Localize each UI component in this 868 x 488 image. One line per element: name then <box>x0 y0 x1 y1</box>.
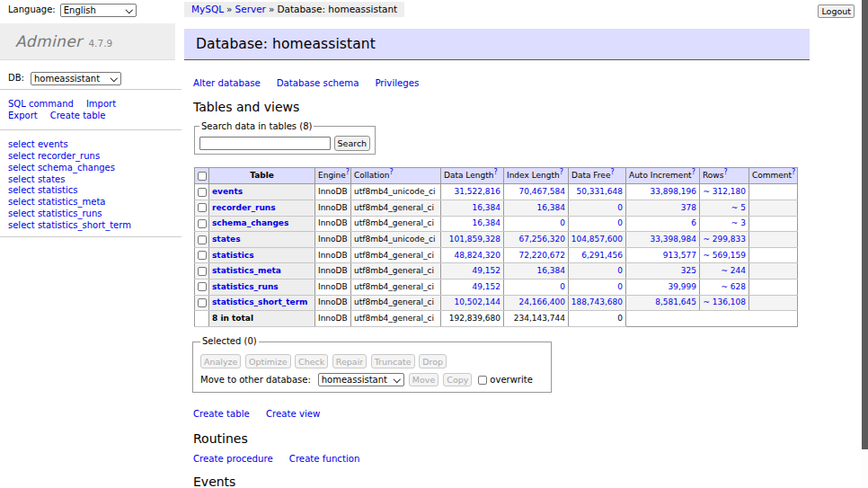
copy-button[interactable]: Copy <box>443 373 472 386</box>
row-checkbox-recorder_runs[interactable] <box>198 203 207 212</box>
help-link[interactable]: ? <box>390 168 394 176</box>
table-name-link-statistics_short_term[interactable]: statistics_short_term <box>212 297 307 306</box>
sidebar-link-export[interactable]: Export <box>8 111 38 120</box>
link-create-function[interactable]: Create function <box>289 454 360 464</box>
rows-link[interactable]: ~ 5 <box>731 203 746 212</box>
auto_increment-link[interactable]: 33,898,196 <box>650 187 696 196</box>
select-link-states[interactable]: select <box>8 174 35 184</box>
help-link[interactable]: ? <box>610 168 614 176</box>
index_length-link[interactable]: 70,467,584 <box>518 187 565 196</box>
optimize-button[interactable]: Optimize <box>245 354 291 368</box>
select-link-statistics_meta[interactable]: select <box>8 197 35 207</box>
truncate-button[interactable]: Truncate <box>371 354 415 368</box>
auto_increment-link[interactable]: 325 <box>681 266 696 275</box>
data_length-link[interactable]: 101,859,328 <box>449 235 500 244</box>
data_length-link[interactable]: 16,384 <box>473 218 501 227</box>
top-link-database-schema[interactable]: Database schema <box>277 78 359 88</box>
data_length-link[interactable]: 16,384 <box>473 203 501 212</box>
data_free-link[interactable]: 104,857,600 <box>571 235 623 244</box>
drop-button[interactable]: Drop <box>419 354 447 368</box>
rows-link[interactable]: ~ 136,108 <box>703 297 746 306</box>
index_length-link[interactable]: 72,220,672 <box>518 251 565 260</box>
data_length-link[interactable]: 10,502,144 <box>454 297 500 306</box>
link-create-procedure[interactable]: Create procedure <box>193 454 273 464</box>
top-link-privileges[interactable]: Privileges <box>375 78 419 88</box>
language-select[interactable]: English <box>60 4 137 17</box>
check-button[interactable]: Check <box>295 354 328 368</box>
table-name-link-recorder_runs[interactable]: recorder_runs <box>212 203 276 212</box>
select-link-recorder_runs[interactable]: select <box>8 151 35 161</box>
index_length-link[interactable]: 16,384 <box>537 203 566 212</box>
sidebar-link-import[interactable]: Import <box>86 99 116 109</box>
auto_increment-link[interactable]: 913,577 <box>663 251 696 260</box>
rows-link[interactable]: ~ 312,180 <box>703 187 746 196</box>
table-name-link-states[interactable]: states <box>212 235 241 244</box>
logout-button[interactable]: Logout <box>818 4 855 18</box>
top-link-alter-database[interactable]: Alter database <box>193 78 261 88</box>
auto_increment-link[interactable]: 8,581,645 <box>655 297 696 306</box>
breadcrumb-link-mysql[interactable]: MySQL <box>191 4 224 14</box>
row-checkbox-statistics_runs[interactable] <box>198 282 207 291</box>
select-link-statistics_short_term[interactable]: select <box>8 220 35 230</box>
db-select[interactable]: homeassistant <box>31 72 121 85</box>
row-checkbox-states[interactable] <box>198 235 207 244</box>
auto_increment-link[interactable]: 39,999 <box>669 282 697 291</box>
data_free-link[interactable]: 6,291,456 <box>581 251 623 260</box>
index_length-link[interactable]: 67,256,320 <box>518 235 565 244</box>
select-link-schema_changes[interactable]: select <box>8 163 35 173</box>
auto_increment-link[interactable]: 33,398,984 <box>650 235 696 244</box>
table-link-events[interactable]: events <box>38 139 68 149</box>
data_free-link[interactable]: 0 <box>617 266 623 275</box>
data_length-link[interactable]: 48,824,320 <box>454 251 500 260</box>
app-title[interactable]: Adminer <box>15 36 82 48</box>
table-name-link-statistics_runs[interactable]: statistics_runs <box>212 282 279 291</box>
help-link[interactable]: ? <box>723 168 727 176</box>
row-checkbox-statistics[interactable] <box>198 251 207 260</box>
table-link-states[interactable]: states <box>38 174 66 184</box>
move-button[interactable]: Move <box>409 373 438 386</box>
help-link[interactable]: ? <box>792 168 795 176</box>
table-link-schema_changes[interactable]: schema_changes <box>38 163 115 173</box>
data_length-link[interactable]: 31,522,816 <box>454 187 500 196</box>
data_length-link[interactable]: 49,152 <box>473 266 501 275</box>
overwrite-checkbox[interactable] <box>478 376 487 385</box>
auto_increment-link[interactable]: 378 <box>681 203 696 212</box>
breadcrumb-link-server[interactable]: Server <box>235 4 266 14</box>
rows-link[interactable]: ~ 569,159 <box>703 251 746 260</box>
data_free-link[interactable]: 50,331,648 <box>576 187 623 196</box>
select-link-statistics_runs[interactable]: select <box>8 209 35 218</box>
link-create-table[interactable]: Create table <box>193 409 250 419</box>
row-checkbox-schema_changes[interactable] <box>198 219 207 228</box>
table-link-statistics_runs[interactable]: statistics_runs <box>38 209 102 218</box>
select-all-checkbox[interactable] <box>198 172 207 181</box>
data_free-link[interactable]: 0 <box>617 203 623 212</box>
search-button[interactable]: Search <box>334 136 370 151</box>
rows-link[interactable]: ~ 244 <box>721 266 746 275</box>
scrollbar[interactable] <box>862 0 868 488</box>
link-create-view[interactable]: Create view <box>266 409 321 419</box>
rows-link[interactable]: ~ 628 <box>721 282 746 291</box>
data_free-link[interactable]: 0 <box>617 218 623 227</box>
index_length-link[interactable]: 0 <box>560 218 565 227</box>
move-db-select[interactable]: homeassistant <box>318 373 404 386</box>
help-link[interactable]: ? <box>346 168 350 176</box>
auto_increment-link[interactable]: 6 <box>691 218 696 227</box>
sidebar-link-sql-command[interactable]: SQL command <box>8 99 74 109</box>
select-link-events[interactable]: select <box>8 139 35 149</box>
table-name-link-statistics_meta[interactable]: statistics_meta <box>212 266 281 275</box>
index_length-link[interactable]: 16,384 <box>537 266 566 275</box>
help-link[interactable]: ? <box>560 168 563 176</box>
select-link-statistics[interactable]: select <box>8 185 35 195</box>
rows-link[interactable]: ~ 299,833 <box>703 235 746 244</box>
row-checkbox-statistics_short_term[interactable] <box>198 298 207 307</box>
table-name-link-schema_changes[interactable]: schema_changes <box>212 218 288 227</box>
table-name-link-statistics[interactable]: statistics <box>212 251 254 260</box>
table-link-recorder_runs[interactable]: recorder_runs <box>38 151 100 161</box>
search-input[interactable] <box>199 137 331 150</box>
data_free-link[interactable]: 188,743,680 <box>571 297 623 306</box>
index_length-link[interactable]: 24,166,400 <box>518 297 565 306</box>
repair-button[interactable]: Repair <box>332 354 367 368</box>
table-name-link-events[interactable]: events <box>212 187 243 196</box>
row-checkbox-statistics_meta[interactable] <box>198 267 207 276</box>
row-checkbox-events[interactable] <box>198 188 207 197</box>
